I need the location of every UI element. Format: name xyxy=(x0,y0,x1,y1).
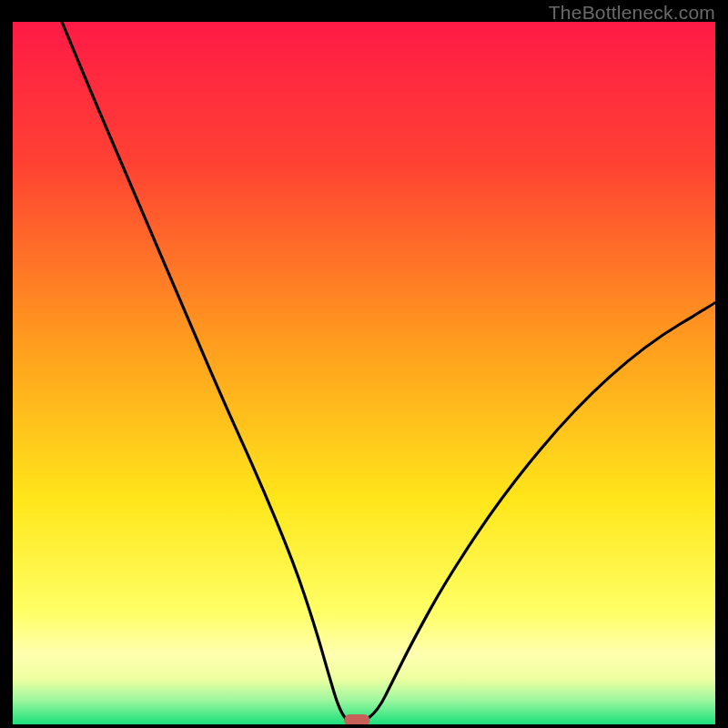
chart-frame xyxy=(13,22,715,724)
chart-curve-layer xyxy=(13,22,715,724)
optimal-marker xyxy=(344,714,369,724)
watermark-text: TheBottleneck.com xyxy=(549,2,715,24)
bottleneck-curve xyxy=(62,22,715,724)
